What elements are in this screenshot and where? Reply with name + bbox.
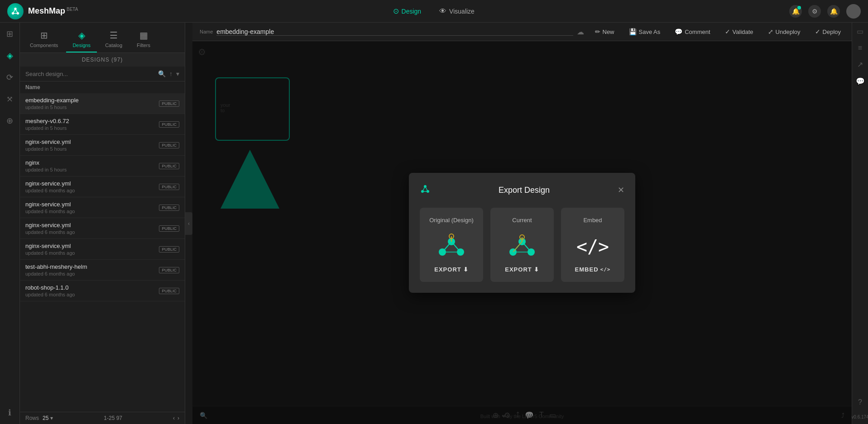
components-tab-icon: ⊞ xyxy=(40,30,48,41)
tab-components[interactable]: ⊞ Components xyxy=(24,26,64,52)
toolbar-actions: ✏ New 💾 Save As 💬 Comment ✓ Validate ⤢ xyxy=(591,26,845,37)
deploy-button[interactable]: ✓ Deploy xyxy=(811,26,844,37)
validate-button[interactable]: ✓ Validate xyxy=(721,26,757,37)
main-body: ⊞ ◈ ⟳ ⤧ ⊕ ℹ ⊞ Components ◈ Designs ☰ Cat… xyxy=(0,23,868,424)
filters-tab-icon: ▦ xyxy=(139,30,148,41)
modal-header: Export Design ✕ xyxy=(420,184,624,197)
design-list: embedding-example updated in 5 hours PUB… xyxy=(20,93,185,412)
save-icon: 💾 xyxy=(629,28,637,35)
sidebar-icon-design[interactable]: ◈ xyxy=(5,49,15,62)
svg-line-25 xyxy=(522,242,531,252)
icon-sidebar: ⊞ ◈ ⟳ ⤧ ⊕ ℹ xyxy=(0,23,20,424)
modal-close-button[interactable]: ✕ xyxy=(618,185,624,195)
prev-page-button[interactable]: ‹ xyxy=(173,415,175,421)
right-icon-2[interactable]: ≡ xyxy=(858,44,862,52)
comment-icon: 💬 xyxy=(675,28,682,35)
export-original-button[interactable]: EXPORT ⬇ xyxy=(434,266,468,273)
svg-line-10 xyxy=(425,186,428,191)
download-current-icon: ⬇ xyxy=(534,266,539,273)
collapse-panel-button[interactable]: ‹ xyxy=(185,212,192,235)
modal-logo-icon xyxy=(420,184,431,197)
sidebar-icon-extension[interactable]: ⊕ xyxy=(5,114,15,128)
app-logo[interactable] xyxy=(7,3,24,19)
deploy-icon: ✓ xyxy=(815,28,820,35)
sidebar-icon-performance[interactable]: ⤧ xyxy=(5,92,15,106)
list-item[interactable]: robot-shop-1.1.0 updated 6 months ago PU… xyxy=(20,281,185,301)
visualize-icon: 👁 xyxy=(439,7,446,15)
right-icon-1[interactable]: ▭ xyxy=(857,27,863,36)
list-item[interactable]: meshery-v0.6.72 updated in 5 hours PUBLI… xyxy=(20,114,185,135)
new-button[interactable]: ✏ New xyxy=(591,26,618,37)
upload-icon[interactable]: ↑ xyxy=(169,70,173,77)
pagination-arrows: ‹ › xyxy=(173,415,179,421)
search-bar: 🔍 ↑ ▾ xyxy=(20,67,185,81)
list-item[interactable]: nginx-service.yml updated 6 months ago P… xyxy=(20,239,185,260)
topbar-right: 🔔 ⚙ 🔔 xyxy=(789,4,861,19)
right-icon-help[interactable]: ? xyxy=(858,398,862,406)
tab-filters[interactable]: ▦ Filters xyxy=(130,26,157,52)
export-current-button[interactable]: EXPORT ⬇ xyxy=(505,266,539,273)
sidebar-icon-home[interactable]: ⊞ xyxy=(5,27,15,41)
left-panel: ⊞ Components ◈ Designs ☰ Catalog ▦ Filte… xyxy=(20,23,185,424)
search-icon[interactable]: 🔍 xyxy=(158,70,166,77)
right-icon-3[interactable]: ↗ xyxy=(857,60,863,69)
settings-icon[interactable]: ⚙ xyxy=(808,5,821,18)
list-item[interactable]: nginx-service.yml updated in 5 hours PUB… xyxy=(20,135,185,156)
export-original-option[interactable]: Original (Design) xyxy=(420,208,483,282)
tab-designs[interactable]: ◈ Designs xyxy=(66,26,97,52)
svg-line-3 xyxy=(13,9,16,13)
code-embed-icon: </> xyxy=(600,267,611,272)
tab-catalog[interactable]: ☰ Catalog xyxy=(99,26,129,52)
svg-line-17 xyxy=(451,242,460,252)
export-current-option[interactable]: Current xyxy=(490,208,554,282)
right-sidebar: ▭ ≡ ↗ 💬 ? v0.6.174 xyxy=(852,23,868,424)
svg-line-9 xyxy=(422,186,425,191)
svg-line-26 xyxy=(513,242,522,252)
original-graph-icon xyxy=(433,231,470,262)
rows-dropdown-icon[interactable]: ▾ xyxy=(50,415,53,421)
undeploy-button[interactable]: ⤢ Undeploy xyxy=(764,26,804,37)
new-icon: ✏ xyxy=(595,28,600,35)
list-item[interactable]: test-abhi-meshery-helm updated 6 months … xyxy=(20,260,185,281)
app-title: MeshMapBETA xyxy=(28,6,78,16)
sidebar-icon-lifecycle[interactable]: ⟳ xyxy=(5,71,15,84)
right-icon-4[interactable]: 💬 xyxy=(856,77,865,86)
export-embed-option[interactable]: Embed </> EMBED </> xyxy=(561,208,624,282)
next-page-button[interactable]: › xyxy=(177,415,179,421)
notification-icon[interactable]: 🔔 xyxy=(789,5,802,18)
list-item[interactable]: nginx-service.yml updated 6 months ago P… xyxy=(20,176,185,197)
modal-options: Original (Design) xyxy=(420,208,624,282)
list-item[interactable]: embedding-example updated in 5 hours PUB… xyxy=(20,93,185,114)
filter-icon[interactable]: ▾ xyxy=(176,70,179,77)
sidebar-icon-info[interactable]: ℹ xyxy=(6,406,13,419)
check-icon: ✓ xyxy=(725,28,730,35)
bell-icon[interactable]: 🔔 xyxy=(827,5,840,18)
panel-tabs: ⊞ Components ◈ Designs ☰ Catalog ▦ Filte… xyxy=(20,23,185,53)
avatar[interactable] xyxy=(846,4,861,19)
cloud-upload-icon: ☁ xyxy=(577,28,584,36)
topbar-center: ⊙ Design 👁 Visualize xyxy=(389,5,478,17)
name-field: Name ☁ xyxy=(200,28,584,36)
design-name-input[interactable] xyxy=(216,28,573,36)
list-item[interactable]: nginx-service.yml updated 6 months ago P… xyxy=(20,197,185,218)
canvas-toolbar: Name ☁ ✏ New 💾 Save As 💬 Comment ✓ xyxy=(192,23,852,41)
export-design-modal: Export Design ✕ Original (Design) xyxy=(409,173,635,293)
modal-overlay: Export Design ✕ Original (Design) xyxy=(192,41,852,424)
svg-line-4 xyxy=(15,9,18,13)
comment-button[interactable]: 💬 Comment xyxy=(671,26,714,37)
svg-line-16 xyxy=(442,242,451,252)
list-item[interactable]: nginx-service.yml updated 6 months ago P… xyxy=(20,218,185,239)
current-graph-icon xyxy=(504,231,540,262)
list-header: Name xyxy=(20,81,185,93)
undeploy-icon: ⤢ xyxy=(768,28,773,35)
tab-design[interactable]: ⊙ Design xyxy=(389,5,425,17)
rows-control: Rows 25 ▾ xyxy=(25,415,53,421)
list-item[interactable]: nginx updated in 5 hours PUBLIC xyxy=(20,156,185,176)
canvas-content[interactable]: ⚙ your to xyxy=(192,41,852,424)
embed-button[interactable]: EMBED </> xyxy=(575,266,611,273)
save-as-button[interactable]: 💾 Save As xyxy=(625,26,664,37)
tab-visualize[interactable]: 👁 Visualize xyxy=(436,5,478,17)
search-input[interactable] xyxy=(25,71,154,77)
topbar: MeshMapBETA ⊙ Design 👁 Visualize 🔔 ⚙ 🔔 xyxy=(0,0,868,23)
catalog-tab-icon: ☰ xyxy=(110,30,118,41)
